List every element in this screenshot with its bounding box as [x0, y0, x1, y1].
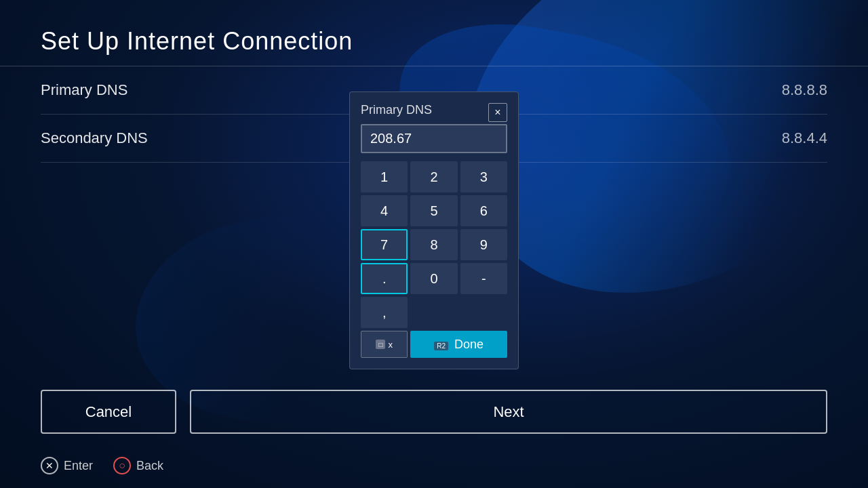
- key-5[interactable]: 5: [410, 195, 457, 226]
- key-7[interactable]: 7: [361, 229, 408, 260]
- numpad-close-button[interactable]: ×: [488, 103, 507, 122]
- numpad-title: Primary DNS: [361, 103, 507, 117]
- key-9[interactable]: 9: [460, 229, 507, 260]
- key-6[interactable]: 6: [460, 195, 507, 226]
- key-3[interactable]: 3: [460, 161, 507, 192]
- square-icon: □: [376, 340, 385, 349]
- key-0[interactable]: 0: [410, 263, 457, 294]
- numpad-modal-overlay: Primary DNS × 1 2 3 4 5 6 7 8 9 . 0 - ,: [0, 0, 868, 488]
- key-comma[interactable]: ,: [361, 297, 408, 328]
- key-2[interactable]: 2: [410, 161, 457, 192]
- key-8[interactable]: 8: [410, 229, 457, 260]
- numpad-dialog: Primary DNS × 1 2 3 4 5 6 7 8 9 . 0 - ,: [349, 92, 519, 369]
- backspace-label: x: [388, 340, 393, 350]
- key-empty-2: [460, 297, 507, 328]
- done-button[interactable]: R2 Done: [410, 331, 507, 358]
- key-4[interactable]: 4: [361, 195, 408, 226]
- key-1[interactable]: 1: [361, 161, 408, 192]
- numpad-input[interactable]: [361, 124, 507, 153]
- key-dot[interactable]: .: [361, 263, 408, 294]
- key-empty-1: [410, 297, 457, 328]
- key-dash[interactable]: -: [460, 263, 507, 294]
- backspace-button[interactable]: □ x: [361, 331, 408, 358]
- r2-badge: R2: [434, 342, 448, 350]
- numpad-bottom-row: □ x R2 Done: [361, 331, 507, 358]
- numpad-grid: 1 2 3 4 5 6 7 8 9 . 0 - ,: [361, 161, 507, 328]
- done-label: Done: [454, 338, 484, 351]
